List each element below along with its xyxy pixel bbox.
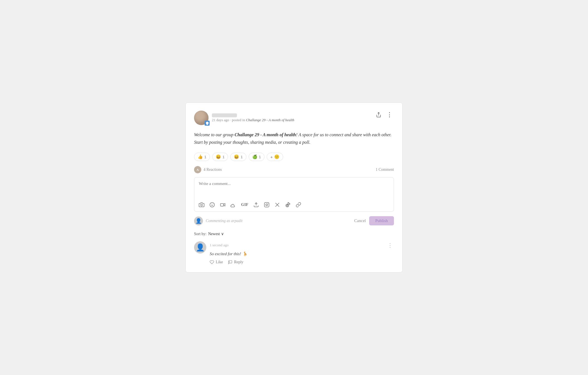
- commenting-as-row: 👤 Commenting as arpadit Cancel Publish: [194, 216, 394, 225]
- thumbs-up-count: 1: [204, 155, 206, 159]
- sort-value: Newest: [208, 232, 220, 236]
- post-meta: 21 days ago · posted in Challange 29 - A…: [212, 113, 294, 122]
- comment-more-button[interactable]: ⋮: [386, 241, 394, 249]
- comment-body: 1 second ago ⋮ So excited for this! 🦒 Li…: [210, 241, 394, 264]
- content-prefix: Welcome to our group: [194, 132, 234, 137]
- grin-count: 1: [241, 155, 242, 159]
- post-time-location: 21 days ago · posted in Challange 29 - A…: [212, 118, 294, 122]
- reply-button[interactable]: Reply: [228, 260, 243, 264]
- post-content: Welcome to our group Challange 29 - A mo…: [194, 131, 394, 146]
- upload-icon[interactable]: [253, 202, 259, 208]
- commenting-as-actions: Cancel Publish: [354, 216, 394, 225]
- tiktok-icon[interactable]: [285, 202, 291, 208]
- post-card: 21 days ago · posted in Challange 29 - A…: [185, 103, 403, 272]
- shield-icon: [205, 121, 210, 126]
- comment-input[interactable]: [199, 181, 389, 195]
- commenter-avatar: 👤: [194, 216, 203, 225]
- comment-text: So excited for this! 🦒: [210, 251, 394, 257]
- comment-actions: Like Reply: [210, 260, 394, 264]
- apple-emoji: 🍏: [252, 154, 258, 159]
- more-options-button[interactable]: ⋮: [385, 111, 394, 119]
- comment-toolbar: GIF: [199, 200, 389, 208]
- chevron-down-icon: ∨: [221, 232, 224, 236]
- emoji-icon[interactable]: [209, 202, 215, 208]
- post-header-right: ⋮: [375, 111, 394, 119]
- svg-point-0: [201, 204, 203, 206]
- soundcloud-icon[interactable]: [231, 202, 236, 208]
- stats-row: A 4 Reactions 1 Comment: [194, 166, 394, 173]
- add-reaction-button[interactable]: + 🙂: [267, 153, 283, 161]
- publish-button[interactable]: Publish: [369, 216, 394, 225]
- video-icon[interactable]: [220, 202, 226, 208]
- reaction-thumbs-up[interactable]: 👍 1: [194, 153, 210, 161]
- post-username: [212, 113, 237, 117]
- challenge-link[interactable]: Challange 29 - A month of health: [246, 118, 294, 122]
- comment-avatar-icon: 👤: [196, 243, 205, 252]
- twitter-x-icon[interactable]: [275, 202, 280, 208]
- sort-row: Sort by: Newest ∨: [194, 232, 394, 236]
- content-bold: Challange 29 - A month of health: [234, 132, 296, 137]
- comment-avatar: 👤: [194, 241, 206, 254]
- commenter-avatar-icon: 👤: [195, 218, 202, 224]
- reaction-smile[interactable]: 😀 1: [212, 153, 228, 161]
- commenting-as-text: Commenting as arpadit: [206, 219, 242, 223]
- like-label: Like: [216, 260, 223, 264]
- stats-avatar: A: [194, 166, 201, 173]
- svg-point-1: [210, 203, 215, 207]
- svg-rect-4: [220, 204, 224, 206]
- comment-box: GIF: [194, 177, 394, 212]
- post-header: 21 days ago · posted in Challange 29 - A…: [194, 111, 394, 125]
- comment-item: 👤 1 second ago ⋮ So excited for this! 🦒 …: [194, 241, 394, 264]
- comment-time: 1 second ago: [210, 243, 229, 247]
- svg-point-7: [266, 204, 268, 206]
- grin-emoji: 😄: [234, 154, 239, 159]
- link-icon[interactable]: [296, 202, 301, 208]
- post-header-left: 21 days ago · posted in Challange 29 - A…: [194, 111, 294, 125]
- smile-count: 1: [222, 155, 224, 159]
- gif-button[interactable]: GIF: [241, 203, 248, 207]
- sort-dropdown[interactable]: Newest ∨: [208, 232, 224, 236]
- share-button[interactable]: [375, 111, 383, 119]
- reactions-count: 4 Reactions: [204, 167, 222, 172]
- post-time: 21 days ago: [212, 118, 229, 122]
- stats-left: A 4 Reactions: [194, 166, 222, 173]
- comment-meta: 1 second ago ⋮: [210, 241, 394, 249]
- reaction-apple[interactable]: 🍏 1: [249, 153, 264, 161]
- reactions-row: 👍 1 😀 1 😄 1 🍏 1 + 🙂: [194, 153, 394, 161]
- like-button[interactable]: Like: [210, 260, 223, 264]
- plus-icon: +: [270, 155, 273, 159]
- avatar: [194, 111, 209, 125]
- commenting-as-left: 👤 Commenting as arpadit: [194, 216, 242, 225]
- instagram-icon[interactable]: [264, 202, 270, 208]
- reply-label: Reply: [234, 260, 243, 264]
- reaction-grin[interactable]: 😄 1: [230, 153, 246, 161]
- sort-label: Sort by:: [194, 232, 207, 236]
- apple-count: 1: [259, 155, 261, 159]
- svg-point-8: [268, 203, 268, 204]
- svg-rect-6: [264, 203, 269, 207]
- thumbs-up-emoji: 👍: [198, 154, 203, 159]
- comments-count: 1 Comment: [376, 167, 394, 172]
- smiley-add-icon: 🙂: [274, 154, 280, 159]
- stats-avatar-initial: A: [197, 168, 199, 171]
- cancel-button[interactable]: Cancel: [354, 218, 366, 223]
- camera-icon[interactable]: [199, 202, 204, 208]
- posted-in-prefix: · posted in: [230, 118, 245, 122]
- smile-emoji: 😀: [216, 154, 221, 159]
